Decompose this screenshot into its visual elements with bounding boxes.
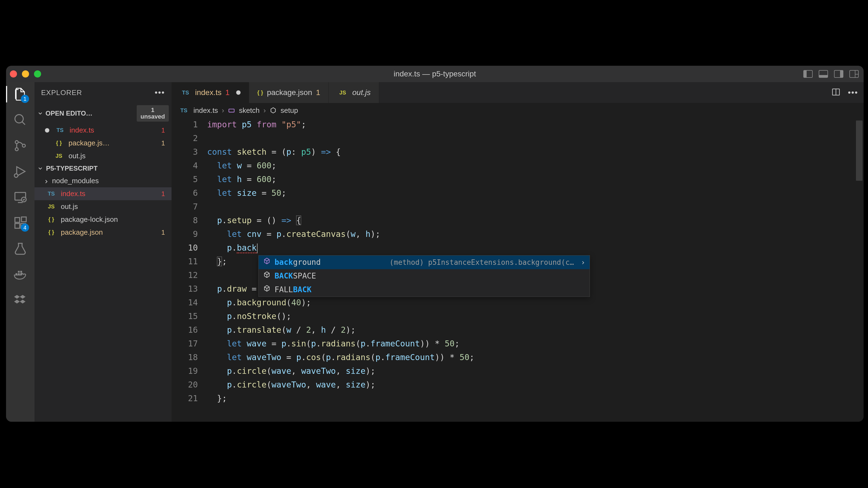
file-row[interactable]: TSindex.ts1 [34, 187, 172, 200]
close-window-button[interactable] [10, 70, 17, 77]
folder-row[interactable]: node_modules [34, 174, 172, 187]
chevron-right-icon: › [222, 106, 224, 115]
chevron-right-icon: › [263, 106, 266, 115]
activity-docker-icon[interactable] [13, 267, 27, 282]
modification-count: 1 [161, 229, 169, 236]
tab-label: package.json [267, 88, 312, 97]
breadcrumb[interactable]: TS index.ts › sketch › setup [172, 103, 864, 118]
toggle-secondary-sidebar-icon[interactable] [834, 70, 843, 78]
svg-rect-8 [15, 224, 20, 228]
suggestion-label: background [275, 256, 321, 269]
explorer-sidebar: EXPLORER ••• OPEN EDITO… 1 unsaved TSind… [34, 82, 172, 422]
suggestion-item[interactable]: background(method) p5InstanceExtensions.… [259, 256, 590, 269]
folder-name: node_modules [52, 176, 99, 185]
code-content[interactable]: import p5 from "p5";const sketch = (p: p… [207, 118, 864, 422]
tab-label: index.ts [195, 88, 222, 97]
file-name: package.json [61, 228, 158, 237]
svg-point-4 [14, 174, 18, 177]
svg-rect-7 [15, 218, 20, 222]
file-name: package-lock.json [61, 215, 169, 224]
traffic-lights [10, 70, 41, 77]
svg-rect-15 [20, 271, 22, 273]
line-number-gutter: 123456789101112131415161718192021 [172, 118, 207, 422]
suggestion-kind-icon [263, 256, 271, 269]
file-row[interactable]: JSout.js [34, 200, 172, 213]
suggestion-label: BACKSPACE [275, 269, 316, 283]
breadcrumb-file-lang: TS [178, 107, 190, 113]
suggestion-item[interactable]: BACKSPACE [259, 269, 590, 283]
code-editor[interactable]: 123456789101112131415161718192021 import… [172, 118, 864, 422]
modification-count: 1 [161, 190, 169, 198]
svg-rect-14 [18, 271, 20, 273]
modification-count: 1 [161, 127, 169, 134]
explorer-badge: 1 [21, 95, 29, 103]
intellisense-popup[interactable]: background(method) p5InstanceExtensions.… [258, 255, 590, 297]
activity-source-control-icon[interactable] [13, 138, 27, 153]
svg-point-2 [16, 148, 18, 151]
customize-layout-icon[interactable] [849, 70, 859, 78]
minimize-window-button[interactable] [22, 70, 29, 77]
chevron-down-icon [37, 165, 43, 171]
activity-testing-icon[interactable] [13, 241, 27, 256]
explorer-more-icon[interactable]: ••• [155, 88, 165, 97]
suggestion-label: FALLBACK [275, 283, 312, 297]
file-type-icon: JS [337, 90, 348, 96]
toggle-primary-sidebar-icon[interactable] [803, 70, 813, 78]
suggestion-item[interactable]: FALLBACK [259, 283, 590, 297]
split-editor-icon[interactable] [831, 87, 841, 98]
editor-tab[interactable]: JSout.js [329, 82, 379, 103]
dirty-dot-icon [236, 90, 241, 95]
svg-point-0 [15, 115, 23, 123]
activity-explorer-icon[interactable]: 1 [13, 87, 27, 101]
chevron-right-icon: › [581, 256, 585, 269]
open-editor-filename: index.ts [70, 126, 158, 134]
activity-search-icon[interactable] [13, 113, 27, 127]
project-header[interactable]: P5-TYPESCRIPT [34, 162, 172, 174]
activity-extensions-icon[interactable]: 4 [13, 216, 27, 230]
open-editor-filename: package.js… [68, 139, 158, 147]
activity-dropbox-icon[interactable] [13, 293, 27, 307]
explorer-title: EXPLORER [41, 89, 82, 97]
open-editor-item[interactable]: TSindex.ts1 [34, 124, 172, 137]
svg-point-1 [16, 141, 18, 144]
svg-rect-10 [21, 217, 26, 222]
open-editor-filename: out.js [68, 152, 169, 160]
file-name: out.js [61, 202, 169, 211]
file-row[interactable]: { }package.json1 [34, 226, 172, 239]
project-name: P5-TYPESCRIPT [46, 165, 97, 172]
suggestion-kind-icon [263, 283, 271, 297]
window-title: index.ts — p5-typescript [394, 70, 476, 78]
editor-tabs: TSindex.ts 1{ }package.json 1JSout.js ••… [172, 82, 864, 103]
file-name: index.ts [61, 190, 158, 198]
activity-bar: 1 4 [6, 82, 34, 422]
symbol-method-icon [270, 107, 277, 114]
modification-count: 1 [161, 139, 169, 147]
open-editors-label: OPEN EDITO… [45, 109, 93, 117]
chevron-right-icon [43, 178, 49, 184]
titlebar: index.ts — p5-typescript [6, 66, 864, 82]
breadcrumb-file[interactable]: index.ts [193, 106, 218, 115]
file-row[interactable]: { }package-lock.json [34, 213, 172, 226]
open-editors-header[interactable]: OPEN EDITO… 1 unsaved [34, 103, 172, 124]
editor-tab[interactable]: TSindex.ts 1 [172, 82, 249, 103]
editor-more-icon[interactable]: ••• [848, 88, 858, 97]
editor-tab[interactable]: { }package.json 1 [249, 82, 329, 103]
extensions-badge: 4 [21, 224, 29, 232]
activity-run-debug-icon[interactable] [13, 164, 27, 178]
open-editor-item[interactable]: { }package.js…1 [34, 137, 172, 150]
maximize-window-button[interactable] [34, 70, 41, 77]
activity-remote-explorer-icon[interactable] [13, 190, 27, 204]
toggle-panel-icon[interactable] [819, 70, 828, 78]
scrollbar-thumb[interactable] [856, 121, 863, 181]
file-type-icon: { } [257, 90, 263, 96]
layout-controls [803, 70, 859, 78]
unsaved-indicator: 1 unsaved [137, 105, 169, 122]
tab-label: out.js [352, 88, 371, 97]
app-window: index.ts — p5-typescript 1 [6, 66, 864, 422]
breadcrumb-symbol[interactable]: setup [281, 106, 298, 115]
chevron-down-icon [37, 110, 43, 117]
breadcrumb-symbol[interactable]: sketch [239, 106, 259, 115]
tab-badge: 1 [316, 88, 320, 97]
open-editor-item[interactable]: JSout.js [34, 150, 172, 162]
svg-rect-17 [229, 109, 235, 112]
